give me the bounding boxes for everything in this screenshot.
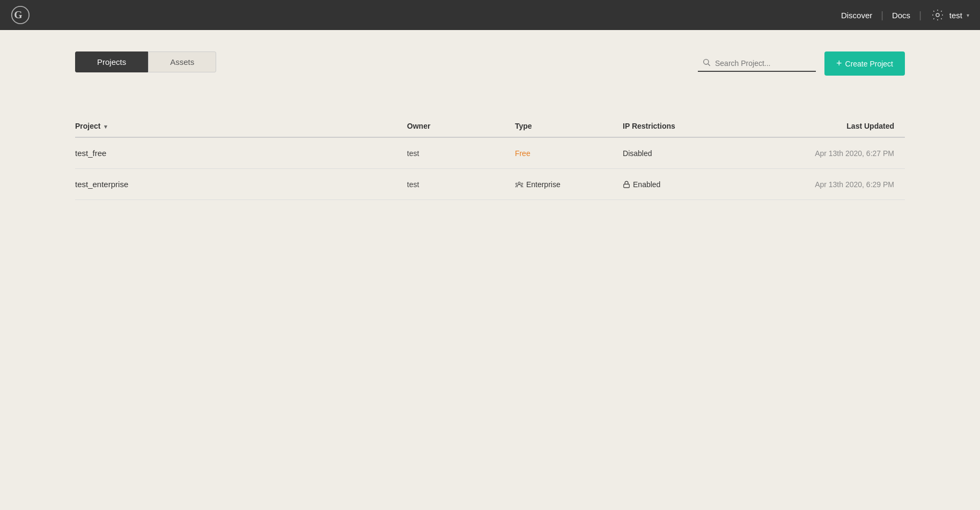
svg-point-3 [704, 59, 709, 64]
tab-assets[interactable]: Assets [148, 51, 216, 72]
search-input[interactable] [715, 59, 812, 68]
table-row[interactable]: test_enterprise test Enterprise [75, 169, 905, 200]
app-logo[interactable]: G [11, 5, 30, 25]
user-name: test [949, 11, 962, 20]
col-header-type: Type [515, 115, 623, 137]
create-project-label: Create Project [845, 60, 893, 68]
enterprise-icon [515, 180, 524, 189]
tab-projects[interactable]: Projects [75, 51, 148, 72]
project-last-updated: Apr 13th 2020, 6:29 PM [756, 169, 905, 200]
chevron-down-icon: ▾ [967, 12, 969, 18]
create-project-button[interactable]: + Create Project [824, 51, 905, 76]
discover-link[interactable]: Discover [841, 11, 872, 20]
ip-status-label: Disabled [623, 149, 652, 158]
svg-point-7 [521, 183, 523, 184]
table-body: test_free test Free Disabled Apr 13th 20… [75, 137, 905, 200]
search-wrapper [698, 56, 816, 72]
projects-table: Project ▾ Owner Type IP Restrictions Las… [75, 115, 905, 200]
ip-status-label: Enabled [623, 180, 756, 189]
svg-point-6 [515, 183, 517, 184]
svg-text:G: G [14, 9, 22, 20]
svg-line-4 [708, 64, 710, 66]
project-ip-restrictions: Disabled [623, 137, 756, 169]
nav-divider-2: | [919, 10, 922, 21]
svg-point-5 [518, 182, 520, 184]
col-header-ip-restrictions: IP Restrictions [623, 115, 756, 137]
lock-icon [623, 181, 630, 188]
app-header: G Discover | Docs | test ▾ [0, 0, 980, 30]
project-name[interactable]: test_enterprise [75, 169, 407, 200]
plus-icon: + [836, 58, 842, 69]
svg-rect-8 [624, 184, 630, 187]
toolbar: + Create Project [698, 51, 905, 76]
search-icon [702, 58, 711, 69]
project-type: Free [515, 137, 623, 169]
project-name[interactable]: test_free [75, 137, 407, 169]
docs-link[interactable]: Docs [892, 11, 910, 20]
gear-icon [930, 8, 945, 23]
svg-point-2 [936, 13, 939, 17]
top-nav: Discover | Docs | test ▾ [841, 8, 969, 23]
table-header: Project ▾ Owner Type IP Restrictions Las… [75, 115, 905, 137]
project-owner: test [407, 137, 515, 169]
main-content: Projects Assets + Create Project [0, 30, 980, 221]
project-last-updated: Apr 13th 2020, 6:27 PM [756, 137, 905, 169]
project-owner: test [407, 169, 515, 200]
project-type-label: Enterprise [515, 180, 623, 189]
user-menu[interactable]: test ▾ [930, 8, 969, 23]
tab-group: Projects Assets [75, 51, 216, 72]
col-header-owner: Owner [407, 115, 515, 137]
col-header-last-updated: Last Updated [756, 115, 905, 137]
project-ip-restrictions: Enabled [623, 169, 756, 200]
sort-arrow-icon: ▾ [104, 123, 107, 130]
nav-divider-1: | [881, 10, 883, 21]
table-row[interactable]: test_free test Free Disabled Apr 13th 20… [75, 137, 905, 169]
project-type-label: Free [515, 149, 530, 158]
col-header-project[interactable]: Project ▾ [75, 115, 407, 137]
project-type: Enterprise [515, 169, 623, 200]
